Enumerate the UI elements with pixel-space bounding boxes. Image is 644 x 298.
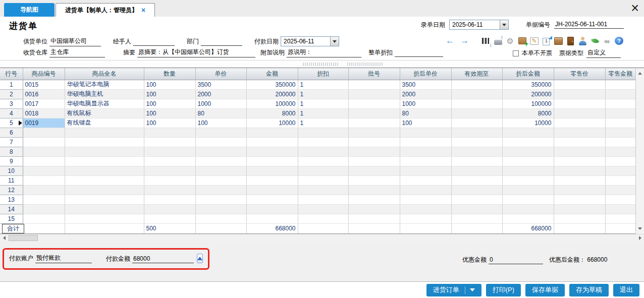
entry-date-dropdown-icon[interactable] <box>500 20 508 29</box>
cell-price[interactable] <box>195 185 246 195</box>
cell-price[interactable] <box>195 137 246 147</box>
row-number-cell[interactable]: 6 <box>0 128 23 137</box>
pay-date-dropdown-icon[interactable] <box>330 37 339 46</box>
cell-disc_price[interactable]: 80 <box>400 108 451 118</box>
row-number-cell[interactable]: 8 <box>0 147 23 156</box>
column-header-code[interactable]: 商品编号 <box>23 68 65 80</box>
cell-code[interactable] <box>23 204 65 214</box>
cell-disc[interactable]: 1 <box>298 108 348 118</box>
tab-navigation-map[interactable]: 导航图 <box>4 3 55 17</box>
cell-retail[interactable] <box>554 156 605 166</box>
cell-amount[interactable] <box>246 195 298 204</box>
cell-qty[interactable] <box>144 166 195 175</box>
discount-amount-field[interactable]: 0 <box>489 256 543 264</box>
cell-disc[interactable] <box>298 128 348 137</box>
row-number-cell[interactable]: 15 <box>0 214 23 223</box>
column-header-amount[interactable]: 金额 <box>246 68 298 80</box>
cell-disc[interactable] <box>298 175 348 185</box>
row-number-cell[interactable]: 9 <box>0 156 23 166</box>
cell-disc[interactable] <box>298 166 348 175</box>
column-header-disc[interactable]: 折扣 <box>298 68 348 80</box>
cell-price[interactable] <box>195 128 246 137</box>
help-icon[interactable]: ? <box>614 36 624 45</box>
edit-note-icon[interactable]: ✎ <box>529 36 539 45</box>
cell-retail[interactable] <box>554 175 605 185</box>
cell-name[interactable]: 华硕电脑显示器 <box>65 99 144 108</box>
cell-batch[interactable] <box>348 156 400 166</box>
cell-price[interactable]: 3500 <box>195 80 246 89</box>
cell-retail[interactable] <box>554 80 605 89</box>
cell-disc_amount[interactable] <box>502 137 554 147</box>
cell-retail_amount[interactable] <box>605 108 635 118</box>
scroll-left-icon[interactable] <box>0 234 8 242</box>
cell-disc[interactable] <box>298 185 348 195</box>
splitter-bar[interactable] <box>0 60 644 68</box>
add-goods-icon[interactable]: + <box>517 36 527 45</box>
row-number-cell[interactable]: 4 <box>0 108 23 118</box>
row-number-cell[interactable]: 2 <box>0 89 23 99</box>
cell-qty[interactable] <box>144 195 195 204</box>
cell-valid[interactable] <box>451 214 502 223</box>
cell-code[interactable] <box>23 128 65 137</box>
cell-disc[interactable]: 1 <box>298 80 348 89</box>
tab-close-icon[interactable]: × <box>141 6 145 14</box>
cell-retail_amount[interactable] <box>605 128 635 137</box>
scroll-up-icon[interactable] <box>636 69 644 77</box>
cell-code[interactable] <box>23 147 65 156</box>
cell-retail_amount[interactable] <box>605 214 635 223</box>
cell-valid[interactable] <box>451 89 502 99</box>
cell-amount[interactable] <box>246 185 298 195</box>
cell-name[interactable] <box>65 185 144 195</box>
cell-disc_amount[interactable] <box>502 175 554 185</box>
column-header-price[interactable]: 单价 <box>195 68 246 80</box>
cell-batch[interactable] <box>348 108 400 118</box>
cell-name[interactable] <box>65 175 144 185</box>
save-draft-button[interactable]: 存为草稿 <box>569 284 609 296</box>
cell-batch[interactable] <box>348 175 400 185</box>
cell-retail[interactable] <box>554 137 605 147</box>
payment-expand-button[interactable] <box>197 254 203 263</box>
cell-code[interactable]: 0017 <box>23 99 65 108</box>
cell-batch[interactable] <box>348 99 400 108</box>
cell-retail[interactable] <box>554 214 605 223</box>
row-number-cell[interactable]: 1 <box>0 80 23 89</box>
cell-name[interactable] <box>65 166 144 175</box>
cell-amount[interactable] <box>246 137 298 147</box>
cell-retail_amount[interactable] <box>605 147 635 156</box>
cell-qty[interactable] <box>144 204 195 214</box>
handler-field[interactable] <box>133 45 175 46</box>
cell-batch[interactable] <box>348 80 400 89</box>
row-number-cell[interactable]: 12 <box>0 185 23 195</box>
cell-disc_amount[interactable] <box>502 128 554 137</box>
cell-code[interactable]: 0015 <box>23 80 65 89</box>
cell-name[interactable]: 有线鼠标 <box>65 108 144 118</box>
cell-disc_amount[interactable]: 8000 <box>502 108 554 118</box>
payment-account-field[interactable]: 预付账款 <box>35 254 92 263</box>
cell-amount[interactable]: 200000 <box>246 89 298 99</box>
cell-name[interactable]: 华硕电脑主机 <box>65 89 144 99</box>
cell-disc_amount[interactable]: 200000 <box>502 89 554 99</box>
cell-code[interactable]: 0016 <box>23 89 65 99</box>
row-number-cell[interactable]: 3 <box>0 99 23 108</box>
leaf-icon[interactable] <box>590 36 600 45</box>
cell-disc[interactable] <box>298 137 348 147</box>
cell-retail[interactable] <box>554 108 605 118</box>
cell-code[interactable] <box>23 156 65 166</box>
row-number-cell[interactable]: 14 <box>0 204 23 214</box>
cell-code[interactable] <box>23 195 65 204</box>
cell-qty[interactable]: 100 <box>144 108 195 118</box>
cell-disc[interactable] <box>298 204 348 214</box>
cell-code[interactable] <box>23 166 65 175</box>
cell-batch[interactable] <box>348 89 400 99</box>
cell-retail_amount[interactable] <box>605 166 635 175</box>
cell-price[interactable]: 80 <box>195 108 246 118</box>
summary-field[interactable]: 原摘要：从【中国烟草公司】订货 <box>137 48 255 57</box>
cell-disc_price[interactable] <box>400 175 451 185</box>
cell-valid[interactable] <box>451 137 502 147</box>
scroll-down-icon[interactable] <box>636 225 644 233</box>
goods-box-icon[interactable] <box>554 36 563 45</box>
cell-valid[interactable] <box>451 185 502 195</box>
cell-qty[interactable]: 100 <box>144 118 195 128</box>
cell-disc_amount[interactable]: 350000 <box>502 80 554 89</box>
barcode-import-icon[interactable]: ↓ <box>481 36 491 45</box>
